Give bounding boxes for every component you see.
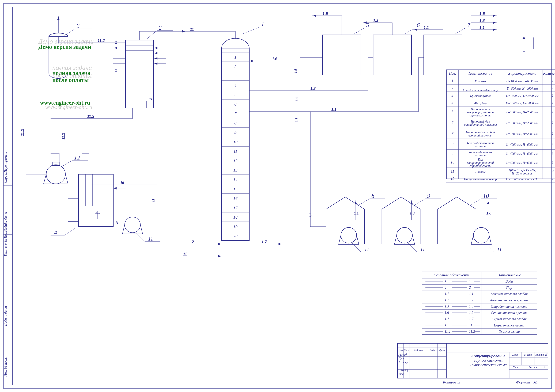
piping: 11 11.2 1 1 11.2 11 11.2 11.2 11 11 11 1… xyxy=(20,11,497,257)
side-label: Подп. и дата xyxy=(3,212,7,232)
svg-text:6: 6 xyxy=(234,102,236,107)
svg-text:Бак: Бак xyxy=(478,158,483,161)
svg-text:Окислы азота: Окислы азота xyxy=(498,330,520,334)
svg-text:H=25 м вод.ст.: H=25 м вод.ст. xyxy=(511,172,533,175)
column-1: 1234567891011121314151617181920 xyxy=(221,38,249,240)
svg-text:1: 1 xyxy=(452,79,453,83)
svg-text:1.6: 1.6 xyxy=(294,69,298,73)
svg-text:1.7: 1.7 xyxy=(262,240,267,244)
svg-line-68 xyxy=(65,228,75,235)
svg-text:10: 10 xyxy=(233,140,237,144)
bom-table: Поз.НаименованиеХарактеристикаКоличество… xyxy=(446,70,555,182)
svg-line-71 xyxy=(354,28,365,34)
equip-7: 7 xyxy=(467,22,471,28)
ground-icon xyxy=(520,37,536,51)
svg-text:11.2: 11.2 xyxy=(20,129,24,136)
equip-9: 9 xyxy=(427,193,430,199)
svg-text:17: 17 xyxy=(233,205,238,210)
svg-text:11: 11 xyxy=(148,236,153,242)
side-label: Перв. примен. xyxy=(3,152,7,173)
svg-line-74 xyxy=(404,28,415,34)
side-label: Подп. и дата xyxy=(3,306,7,326)
svg-point-97 xyxy=(473,227,489,243)
svg-text:11: 11 xyxy=(497,246,502,252)
svg-text:серной кислоты: серной кислоты xyxy=(470,164,491,168)
svg-text:Абсорбер: Абсорбер xyxy=(474,102,487,105)
svg-text:Насосы: Насосы xyxy=(475,170,486,174)
svg-text:1: 1 xyxy=(552,160,554,164)
svg-line-83 xyxy=(471,199,481,205)
svg-text:19: 19 xyxy=(233,224,237,229)
svg-text:1.6: 1.6 xyxy=(272,57,277,61)
svg-text:Напорный бак: Напорный бак xyxy=(471,120,490,123)
svg-text:Поз.: Поз. xyxy=(449,71,456,75)
copy-label: Копировал xyxy=(443,380,460,384)
legend-table: Условное обозначениеНаименование11Вода22… xyxy=(422,272,537,335)
svg-text:Количество: Количество xyxy=(543,71,555,75)
svg-text:1.3: 1.3 xyxy=(310,86,316,91)
svg-text:Листов: Листов xyxy=(528,366,537,369)
fan-12 xyxy=(44,162,68,184)
svg-text:4: 4 xyxy=(234,83,236,88)
svg-text:Пров.: Пров. xyxy=(398,357,405,360)
svg-text:1.1: 1.1 xyxy=(480,25,485,30)
svg-text:2: 2 xyxy=(445,285,446,289)
svg-text:Пар: Пар xyxy=(506,286,512,290)
svg-text:азотной кислоты: азотной кислоты xyxy=(468,134,492,137)
svg-text:12: 12 xyxy=(233,159,237,163)
svg-rect-76 xyxy=(424,35,462,75)
title-block: ИзмЛист№ докум.Подп.ДатаРазраб.Пров.Т.ко… xyxy=(398,343,548,378)
svg-text:Концентрирование: Концентрирование xyxy=(471,354,505,358)
svg-text:11: 11 xyxy=(190,27,194,31)
svg-text:1.6: 1.6 xyxy=(480,11,485,16)
svg-text:Характеристика: Характеристика xyxy=(508,71,536,75)
svg-text:Масса: Масса xyxy=(524,353,532,356)
svg-line-77 xyxy=(455,28,466,34)
svg-text:1: 1 xyxy=(115,40,117,44)
svg-text:1: 1 xyxy=(544,366,545,369)
watermark-url: www.engineer-oht.ru xyxy=(45,104,92,110)
svg-text:1.3: 1.3 xyxy=(480,18,485,23)
svg-text:4: 4 xyxy=(452,100,453,105)
svg-text:15: 15 xyxy=(233,187,237,191)
svg-text:1: 1 xyxy=(552,176,554,181)
svg-text:1: 1 xyxy=(552,142,554,146)
svg-text:Утв.: Утв. xyxy=(398,372,404,375)
svg-text:8: 8 xyxy=(234,121,236,125)
svg-text:L=1500 мм, H=2000 мм: L=1500 мм, H=2000 мм xyxy=(506,132,538,136)
svg-text:1.1: 1.1 xyxy=(309,213,313,218)
svg-text:Вода: Вода xyxy=(505,279,513,283)
tank-7 xyxy=(424,35,462,75)
equip-1: 1 xyxy=(261,21,264,27)
svg-text:1.3: 1.3 xyxy=(410,211,415,215)
svg-text:D=800 мм, H=4000 мм: D=800 мм, H=4000 мм xyxy=(506,87,538,90)
svg-text:5: 5 xyxy=(234,93,236,97)
equip-4: 4 xyxy=(54,229,57,236)
svg-text:1.1: 1.1 xyxy=(354,211,359,215)
svg-text:1: 1 xyxy=(552,86,554,90)
svg-point-85 xyxy=(125,217,140,233)
svg-text:Масштаб: Масштаб xyxy=(535,353,548,356)
svg-text:1.6: 1.6 xyxy=(445,311,449,314)
svg-text:Бак отработанной: Бак отработанной xyxy=(467,150,493,154)
svg-text:5: 5 xyxy=(452,109,453,114)
side-label: Инв. № подл. xyxy=(3,357,7,377)
svg-line-50 xyxy=(242,27,260,34)
svg-text:11.2: 11.2 xyxy=(98,38,105,43)
svg-text:Лист: Лист xyxy=(512,366,519,369)
svg-text:6: 6 xyxy=(452,120,453,125)
svg-text:Холодильник-конденсатор: Холодильник-конденсатор xyxy=(463,88,498,92)
svg-text:20: 20 xyxy=(233,234,237,238)
svg-text:11: 11 xyxy=(151,199,155,202)
format-value: А1 xyxy=(533,380,538,384)
svg-text:11: 11 xyxy=(365,246,369,252)
svg-text:1.2: 1.2 xyxy=(445,298,449,302)
svg-text:1: 1 xyxy=(469,279,471,283)
watermark: после оплаты xyxy=(52,77,89,83)
svg-text:11: 11 xyxy=(445,323,448,327)
svg-text:1.2: 1.2 xyxy=(469,298,473,302)
svg-text:L=4000 мм, H=6000 мм: L=4000 мм, H=6000 мм xyxy=(506,152,538,155)
equip-3: 3 xyxy=(77,23,80,29)
svg-text:Пары окислов азота: Пары окислов азота xyxy=(494,323,525,327)
equip-10: 10 xyxy=(483,193,489,199)
